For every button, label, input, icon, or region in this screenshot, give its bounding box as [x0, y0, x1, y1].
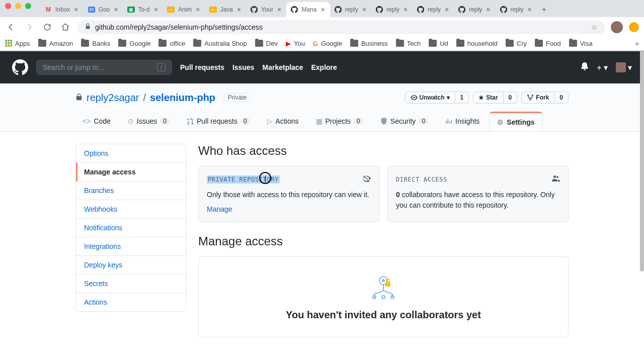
stars-count[interactable]: 0	[504, 92, 518, 104]
star-button[interactable]: ★ Star	[473, 92, 503, 104]
tab-issues[interactable]: ⊙Issues0	[121, 112, 177, 131]
close-tab-icon[interactable]: ×	[236, 6, 242, 14]
sidebar-item-manage-access[interactable]: Manage access	[76, 163, 186, 182]
github-nav: Pull requests Issues Marketplace Explore	[180, 63, 337, 71]
bookmark-star-icon[interactable]: ☆	[591, 23, 598, 31]
user-menu[interactable]: ▾	[616, 62, 632, 72]
star-icon: ★	[478, 94, 484, 101]
sidebar-item-webhooks[interactable]: Webhooks	[76, 200, 186, 219]
close-tab-icon[interactable]: ×	[361, 6, 367, 14]
create-new-dropdown[interactable]: + ▾	[597, 63, 608, 72]
tab-projects[interactable]: ▦Projects0	[309, 112, 370, 131]
bookmark-item[interactable]: Ud	[429, 40, 448, 47]
maximize-window-button[interactable]	[25, 3, 31, 9]
bookmark-item[interactable]: ▶You	[286, 40, 305, 47]
close-tab-icon[interactable]: ×	[320, 6, 326, 14]
forks-count[interactable]: 0	[554, 92, 569, 104]
browser-tab[interactable]: ▭Java×	[205, 2, 246, 17]
close-tab-icon[interactable]: ×	[276, 6, 282, 14]
github-search-input[interactable]: Search or jump to... /	[36, 60, 172, 75]
close-tab-icon[interactable]: ×	[403, 6, 409, 14]
home-button[interactable]	[59, 21, 71, 33]
unwatch-button[interactable]: Unwatch ▾	[405, 92, 455, 104]
minimize-window-button[interactable]	[15, 3, 21, 9]
bookmark-item[interactable]: Tech	[396, 40, 421, 47]
sidebar-item-actions[interactable]: Actions	[76, 293, 186, 311]
tab-code[interactable]: <>Code	[75, 112, 118, 131]
bookmark-item[interactable]: household	[456, 40, 498, 47]
back-button[interactable]	[5, 21, 17, 33]
new-tab-button[interactable]: +	[537, 2, 551, 17]
github-logo-icon[interactable]	[12, 59, 28, 75]
sidebar-item-options[interactable]: Options	[76, 144, 186, 163]
bookmark-item[interactable]: Dev	[255, 40, 278, 47]
scrollbar-thumb[interactable]	[640, 50, 644, 272]
bookmarks-overflow[interactable]: »	[635, 39, 639, 47]
close-tab-icon[interactable]: ×	[113, 6, 119, 14]
nav-marketplace[interactable]: Marketplace	[263, 63, 303, 71]
extension-icon[interactable]	[629, 22, 639, 32]
tab-settings[interactable]: ⚙Settings	[490, 112, 542, 131]
close-tab-icon[interactable]: ×	[153, 6, 159, 14]
bookmark-item[interactable]: Apps	[5, 40, 30, 47]
browser-tab[interactable]: reply×	[330, 2, 371, 17]
nav-pull-requests[interactable]: Pull requests	[180, 63, 224, 71]
close-tab-icon[interactable]: ×	[73, 6, 79, 14]
close-tab-icon[interactable]: ×	[444, 6, 450, 14]
settings-sidebar: OptionsManage accessBranchesWebhooksNoti…	[75, 144, 186, 312]
address-bar[interactable]: github.com/reply2sagar/selenium-php/sett…	[77, 20, 605, 34]
github-header-right: + ▾ ▾	[581, 62, 632, 72]
manage-visibility-link[interactable]: Manage	[207, 205, 232, 213]
project-icon: ▦	[316, 117, 323, 125]
sidebar-item-secrets[interactable]: Secrets	[76, 275, 186, 293]
nav-issues[interactable]: Issues	[232, 63, 255, 71]
tab-security[interactable]: Security0	[373, 112, 435, 131]
browser-tab[interactable]: reply×	[371, 2, 413, 17]
watchers-count[interactable]: 1	[455, 92, 469, 104]
close-window-button[interactable]	[5, 3, 11, 9]
browser-tab[interactable]: ▭Anim×	[163, 2, 205, 17]
repo-name-link[interactable]: selenium-php	[150, 92, 215, 103]
sidebar-item-deploy-keys[interactable]: Deploy keys	[76, 256, 186, 275]
browser-tab[interactable]: MInbox×	[40, 2, 84, 17]
bookmark-item[interactable]: Amazon	[38, 40, 73, 47]
sidebar-item-branches[interactable]: Branches	[76, 182, 186, 200]
tab-actions[interactable]: ▷Actions	[260, 112, 306, 131]
tab-title: reply	[428, 6, 441, 13]
bookmark-item[interactable]: Australia Shop	[193, 40, 247, 47]
browser-tab[interactable]: Your×	[246, 2, 286, 17]
repo-owner-link[interactable]: reply2sagar	[87, 92, 139, 104]
sidebar-item-notifications[interactable]: Notifications	[76, 219, 186, 237]
browser-tab[interactable]: reply×	[413, 2, 454, 17]
bookmark-item[interactable]: office	[158, 40, 185, 47]
close-tab-icon[interactable]: ×	[195, 6, 201, 14]
bookmark-item[interactable]: Business	[350, 40, 388, 47]
close-tab-icon[interactable]: ×	[485, 6, 491, 14]
direct-access-label: DIRECT ACCESS	[396, 176, 447, 183]
tab-pull-requests[interactable]: Pull requests0	[180, 112, 257, 131]
sidebar-item-integrations[interactable]: Integrations	[76, 237, 186, 256]
folder-icon	[38, 40, 46, 47]
tab-insights[interactable]: Insights	[438, 112, 487, 131]
bookmark-item[interactable]: Banks	[81, 40, 110, 47]
main-content: OptionsManage accessBranchesWebhooksNoti…	[67, 132, 577, 349]
browser-tab[interactable]: Mana×	[286, 2, 330, 17]
browser-tab[interactable]: 30Goo×	[84, 2, 123, 17]
who-has-access-heading: Who has access	[198, 144, 569, 158]
browser-profile-avatar[interactable]	[611, 21, 623, 33]
browser-tab[interactable]: ▦To-d×	[123, 2, 163, 17]
bookmark-item[interactable]: Visa	[569, 40, 593, 47]
reload-button[interactable]	[41, 21, 53, 33]
close-tab-icon[interactable]: ×	[527, 6, 533, 14]
browser-tab[interactable]: reply×	[454, 2, 495, 17]
bookmark-item[interactable]: Google	[118, 40, 150, 47]
notifications-icon[interactable]	[581, 62, 589, 72]
tab-title: Anim	[178, 6, 192, 13]
bookmark-item[interactable]: GGoogle	[313, 40, 342, 47]
browser-tab[interactable]: reply×	[496, 2, 537, 17]
nav-explore[interactable]: Explore	[311, 63, 337, 71]
no-collaborators-text: You haven't invited any collaborators ye…	[211, 309, 556, 321]
fork-button[interactable]: Fork	[521, 92, 554, 104]
bookmark-item[interactable]: Cry	[506, 40, 527, 47]
bookmark-item[interactable]: Food	[535, 40, 561, 47]
